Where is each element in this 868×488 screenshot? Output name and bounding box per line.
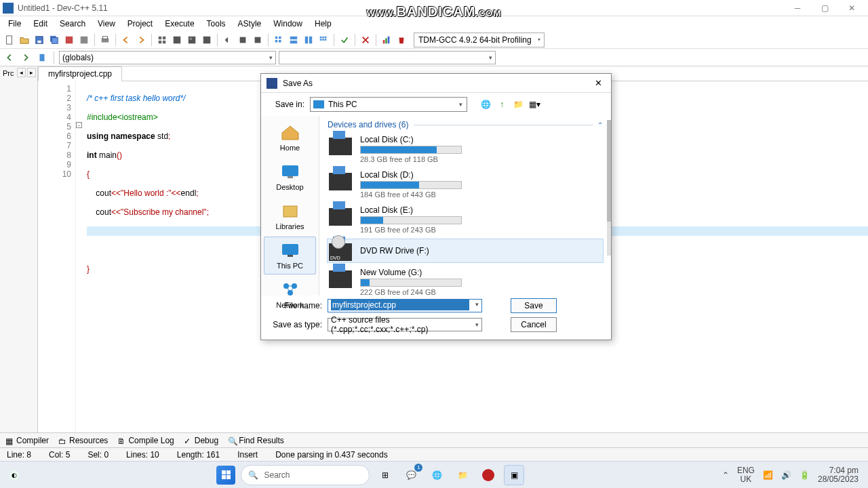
open-button[interactable] xyxy=(18,33,31,47)
compile-button[interactable] xyxy=(155,33,169,47)
drive-f-dvd[interactable]: DVD DVD RW Drive (F:) xyxy=(328,239,603,262)
chart-button[interactable] xyxy=(380,33,393,47)
debug-icon: ✓ xyxy=(184,436,192,445)
save-all-button[interactable] xyxy=(47,33,61,47)
trash-button[interactable] xyxy=(395,33,408,47)
view-menu-icon[interactable]: ▦▾ xyxy=(528,98,540,110)
filename-field[interactable] xyxy=(331,300,469,310)
drive-g[interactable]: New Volume (G:) 222 GB free of 244 GB xyxy=(328,266,603,296)
menu-help[interactable]: Help xyxy=(309,18,337,30)
compiler-combo[interactable]: TDM-GCC 4.9.2 64-bit Profiling xyxy=(414,33,545,47)
minimize-button[interactable]: ─ xyxy=(784,1,811,16)
drives-scrollbar[interactable] xyxy=(607,120,611,256)
save-as-button[interactable] xyxy=(62,33,76,47)
drive-d[interactable]: Local Disk (D:) 184 GB free of 443 GB xyxy=(328,169,603,200)
menu-file[interactable]: File xyxy=(3,18,26,30)
rebuild-button[interactable] xyxy=(200,33,214,47)
status-line: Line: 8 xyxy=(7,450,31,460)
check-button[interactable] xyxy=(338,33,351,47)
copilot-icon[interactable]: 💬1 xyxy=(401,465,421,485)
tab-find-results[interactable]: 🔍Find Results xyxy=(228,436,284,445)
grid3-button[interactable] xyxy=(302,33,315,47)
place-desktop[interactable]: Desktop xyxy=(264,158,316,196)
panel-left-arrow[interactable]: ◂ xyxy=(17,68,26,77)
tab-resources[interactable]: 🗀Resources xyxy=(58,436,108,445)
menu-tools[interactable]: Tools xyxy=(201,18,231,30)
drive-c[interactable]: Local Disk (C:) 28.3 GB free of 118 GB xyxy=(328,134,603,165)
nav-fwd-button[interactable] xyxy=(19,51,33,64)
explorer-icon[interactable]: 📁 xyxy=(452,465,473,485)
profile-button[interactable] xyxy=(251,33,264,47)
svg-rect-17 xyxy=(240,37,246,43)
type-label: Save as type: xyxy=(269,320,322,329)
collapse-icon[interactable]: ⌃ xyxy=(597,121,603,129)
menu-edit[interactable]: Edit xyxy=(28,18,53,30)
close-button[interactable]: ✕ xyxy=(838,1,865,16)
menu-astyle[interactable]: AStyle xyxy=(233,18,267,30)
panel-right-arrow[interactable]: ▸ xyxy=(27,68,36,77)
tab-debug[interactable]: ✓Debug xyxy=(184,436,218,445)
svg-rect-13 xyxy=(174,36,181,43)
project-tab[interactable]: Prc xyxy=(1,68,16,431)
tray-clock[interactable]: 7:04 pm 28/05/2023 xyxy=(818,466,859,484)
volume-icon[interactable]: 🔊 xyxy=(781,470,791,480)
type-combo[interactable]: C++ source files (*.cpp;*.cc;*.cxx;*.c++… xyxy=(328,318,482,331)
debug-button[interactable] xyxy=(221,33,235,47)
menu-execute[interactable]: Execute xyxy=(159,18,199,30)
tray-chevron-icon[interactable]: ⌃ xyxy=(722,470,729,480)
grid2-button[interactable] xyxy=(287,33,300,47)
place-this-pc[interactable]: This PC xyxy=(264,237,316,274)
tray-lang1[interactable]: ENG xyxy=(737,466,755,475)
new-file-button[interactable] xyxy=(3,33,16,47)
editor-tab[interactable]: myfirstproject.cpp xyxy=(38,66,122,81)
task-view-icon[interactable]: ⊞ xyxy=(375,465,395,485)
drive-free: 184 GB free of 443 GB xyxy=(360,190,601,199)
delete-button[interactable] xyxy=(359,33,372,47)
tab-compile-log[interactable]: 🗎Compile Log xyxy=(117,436,174,445)
edge-icon[interactable]: 🌐 xyxy=(427,465,447,485)
cancel-button[interactable]: Cancel xyxy=(511,317,557,332)
compile-run-button[interactable] xyxy=(185,33,199,47)
new-folder-icon[interactable]: 📁 xyxy=(512,98,524,110)
grid1-button[interactable] xyxy=(272,33,285,47)
nav-up-icon[interactable]: ↑ xyxy=(496,98,508,110)
start-button[interactable] xyxy=(216,466,235,485)
menu-search[interactable]: Search xyxy=(54,18,91,30)
taskbar-search[interactable]: 🔍 Search xyxy=(241,465,370,485)
grid4-button[interactable] xyxy=(317,33,330,47)
devcpp-task-icon[interactable]: ▣ xyxy=(504,465,524,485)
filename-input[interactable] xyxy=(328,299,482,312)
scope-combo[interactable]: (globals) xyxy=(59,51,276,64)
close-file-button[interactable] xyxy=(77,33,91,47)
record-icon[interactable] xyxy=(478,465,498,485)
maximize-button[interactable]: ▢ xyxy=(811,1,838,16)
member-combo[interactable] xyxy=(279,51,496,64)
run-button[interactable] xyxy=(170,33,184,47)
tray-lang2[interactable]: UK xyxy=(737,475,755,484)
drive-free: 28.3 GB free of 118 GB xyxy=(360,155,601,163)
menu-view[interactable]: View xyxy=(92,18,121,30)
menu-window[interactable]: Window xyxy=(268,18,308,30)
stop-button[interactable] xyxy=(236,33,250,47)
undo-button[interactable] xyxy=(119,33,133,47)
fold-icon[interactable]: - xyxy=(76,122,82,128)
menu-project[interactable]: Project xyxy=(122,18,158,30)
save-in-combo[interactable]: This PC xyxy=(310,97,467,112)
svg-rect-10 xyxy=(163,36,165,39)
save-button[interactable]: Save xyxy=(511,298,557,313)
bookmark-button[interactable] xyxy=(35,51,49,64)
edge-start-icon[interactable]: ◐ xyxy=(9,470,19,480)
dialog-close-button[interactable]: ✕ xyxy=(591,76,606,91)
tab-compiler[interactable]: ▦Compiler xyxy=(5,436,49,445)
nav-back-button[interactable] xyxy=(3,51,16,64)
drive-free: 191 GB free of 243 GB xyxy=(360,226,601,234)
wifi-icon[interactable]: 📶 xyxy=(763,470,773,480)
place-libraries[interactable]: Libraries xyxy=(264,197,316,235)
drive-e[interactable]: Local Disk (E:) 191 GB free of 243 GB xyxy=(328,204,603,235)
nav-back-icon[interactable]: 🌐 xyxy=(479,98,492,110)
redo-button[interactable] xyxy=(134,33,148,47)
battery-icon[interactable]: 🔋 xyxy=(800,470,810,480)
print-button[interactable] xyxy=(98,33,112,47)
save-button[interactable] xyxy=(33,33,46,47)
place-home[interactable]: Home xyxy=(264,119,316,157)
